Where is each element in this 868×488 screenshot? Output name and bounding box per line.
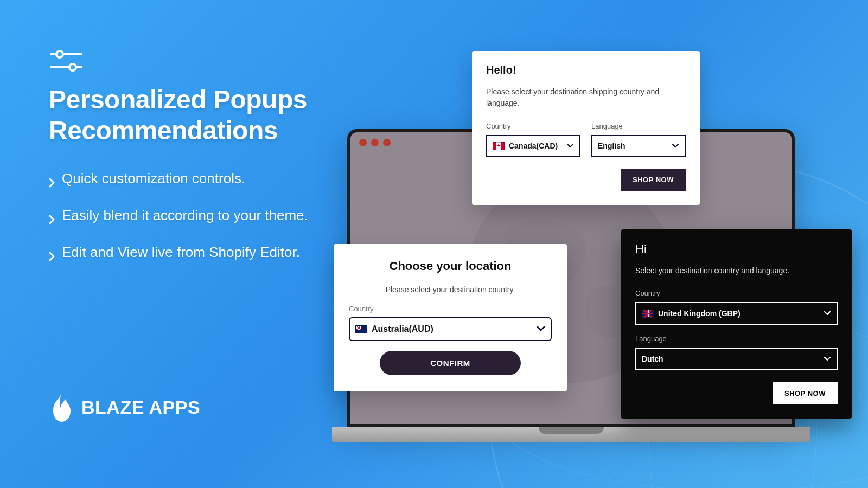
hero-headline: Personalized Popups Recommendations [49, 85, 309, 146]
laptop-base [332, 427, 810, 442]
country-select[interactable]: United Kingdom (GBP) [635, 302, 838, 325]
hero-column: Personalized Popups Recommendations Quic… [49, 48, 309, 279]
language-select[interactable]: Dutch [635, 348, 838, 370]
bullet-item: Easily blend it according to your theme. [49, 206, 309, 230]
language-select[interactable]: English [591, 135, 686, 157]
chevron-right-icon [49, 173, 55, 194]
popup-greeting: Hi [635, 242, 838, 256]
brand-logo: BLAZE APPS [49, 391, 200, 423]
chevron-right-icon [49, 210, 55, 230]
popup-hello: Hello! Please select your destination sh… [472, 51, 700, 205]
chevron-down-icon [824, 356, 831, 362]
shop-now-button[interactable]: SHOP NOW [773, 382, 838, 404]
chevron-down-icon [824, 311, 831, 316]
bullet-text: Easily blend it according to your theme. [62, 206, 308, 230]
bullet-text: Quick customization controls. [62, 169, 245, 194]
popup-description: Please select your destination country. [349, 285, 552, 294]
country-value: Canada(CAD) [509, 142, 558, 150]
country-value: Australia(AUD) [372, 324, 433, 334]
chevron-down-icon [566, 143, 574, 149]
popup-description: Please select your destination shipping … [486, 86, 686, 109]
bullet-item: Edit and View live from Shopify Editor. [49, 242, 309, 267]
country-select[interactable]: Canada(CAD) [486, 135, 580, 157]
popup-title: Choose your location [349, 259, 552, 273]
brand-name: BLAZE APPS [81, 397, 200, 418]
flag-australia-icon [355, 325, 367, 333]
country-label: Country [635, 289, 838, 297]
svg-point-3 [69, 64, 76, 70]
confirm-button[interactable]: CONFIRM [380, 351, 521, 375]
hero-bullets: Quick customization controls. Easily ble… [49, 169, 309, 267]
chevron-right-icon [49, 247, 55, 267]
country-value: United Kingdom (GBP) [658, 309, 741, 318]
country-select[interactable]: Australia(AUD) [349, 317, 552, 341]
flag-uk-icon [642, 310, 654, 318]
flame-icon [49, 391, 75, 423]
popup-greeting: Hello! [486, 64, 686, 76]
shop-now-button[interactable]: SHOP NOW [621, 169, 686, 191]
chevron-down-icon [672, 143, 679, 149]
country-label: Country [349, 305, 552, 313]
language-label: Language [591, 122, 686, 130]
popup-hi-dark: Hi Select your destination country and l… [621, 229, 852, 419]
svg-point-1 [56, 51, 63, 57]
bullet-text: Edit and View live from Shopify Editor. [62, 242, 300, 267]
bullet-item: Quick customization controls. [49, 169, 309, 194]
popup-description: Select your destination country and lang… [635, 266, 838, 275]
language-value: Dutch [642, 355, 663, 363]
country-label: Country [486, 122, 580, 130]
sliders-icon [49, 48, 309, 75]
language-label: Language [635, 335, 838, 343]
chevron-down-icon [537, 326, 545, 332]
language-value: English [598, 142, 626, 150]
flag-canada-icon [493, 142, 505, 150]
popup-choose-location: Choose your location Please select your … [334, 244, 567, 391]
